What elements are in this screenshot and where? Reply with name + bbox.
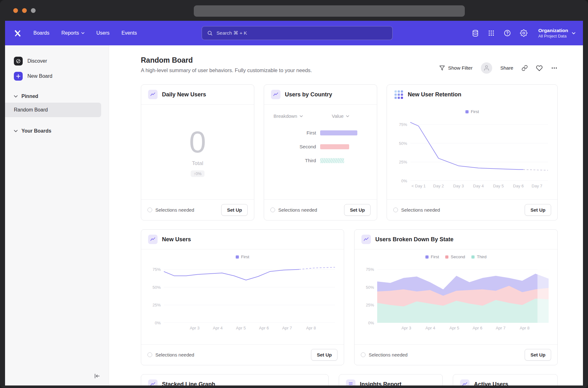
legend-item-third[interactable]: Third <box>471 254 487 259</box>
more-options-icon[interactable] <box>551 65 558 71</box>
search-input[interactable] <box>216 30 387 36</box>
dropdown-label: Value <box>332 113 343 119</box>
x-tick: Apr 7 <box>496 326 505 330</box>
url-bar[interactable] <box>194 5 465 17</box>
show-filter-button[interactable]: Show Filter <box>439 65 473 71</box>
card-title: Users by Country <box>285 91 332 98</box>
search-bar[interactable] <box>202 26 393 40</box>
org-name: Organization <box>538 27 568 33</box>
metric-delta: ↑0% <box>191 170 204 177</box>
chart-legend: First <box>150 254 335 259</box>
close-window-button[interactable] <box>13 8 18 13</box>
chevron-down-icon <box>14 130 18 132</box>
y-tick: 25% <box>366 303 374 307</box>
set-up-button[interactable]: Set Up <box>344 204 371 216</box>
retention-grid-icon <box>394 90 403 99</box>
card-footer: Selections needed Set Up <box>264 199 377 220</box>
x-tick: Apr 3 <box>190 326 199 330</box>
legend-item-first[interactable]: First <box>465 109 479 114</box>
bar-row: First <box>274 130 367 136</box>
card-users-by-state: Users Broken Down By State FirstSecondTh… <box>354 229 558 365</box>
status-circle-icon <box>147 208 152 212</box>
x-tick: Day 5 <box>493 184 504 188</box>
card-title: Daily New Users <box>162 91 206 98</box>
y-axis: 75%50%25%0% <box>150 263 164 323</box>
sidebar-section-your-boards[interactable]: Your Boards <box>5 125 109 137</box>
x-tick: < Day 1 <box>412 184 426 188</box>
bar-label: Second <box>274 144 316 150</box>
legend-item-second[interactable]: Second <box>445 254 465 259</box>
filter-icon <box>439 65 445 71</box>
metric-label: Total <box>192 160 203 167</box>
metric-value: 0 <box>189 127 206 157</box>
value-dropdown[interactable]: Value <box>332 113 349 119</box>
set-up-button[interactable]: Set Up <box>525 349 551 361</box>
chart-legend: First <box>396 109 548 114</box>
card-status: Selections needed <box>270 207 317 213</box>
collapse-sidebar-button[interactable] <box>94 373 101 380</box>
traffic-lights <box>13 8 36 13</box>
x-tick: Day 4 <box>473 184 484 188</box>
plot-area <box>164 263 335 323</box>
status-text: Selections needed <box>278 207 317 213</box>
status-text: Selections needed <box>401 207 440 213</box>
minimize-window-button[interactable] <box>22 8 27 13</box>
retention-chart: First 75%50%25%0% < Day 1Day 2Day 3Day 4… <box>387 104 557 188</box>
settings-gear-icon[interactable] <box>520 29 527 37</box>
set-up-button[interactable]: Set Up <box>221 204 248 216</box>
card-active-users: Active Users <box>453 374 558 385</box>
bar[interactable] <box>320 130 357 135</box>
y-tick: 0% <box>368 321 374 325</box>
card-new-user-retention: New User Retention First 75%50%25%0% < D… <box>387 84 558 220</box>
bar[interactable] <box>320 144 349 149</box>
card-title: Insights Report <box>360 381 401 386</box>
org-switcher[interactable]: Organization All Project Data <box>538 27 575 39</box>
nav-menu: Boards Reports Users Events <box>33 30 137 36</box>
card-footer: Selections needed Set Up <box>355 344 557 365</box>
sidebar-item-discover[interactable]: Discover <box>5 54 109 69</box>
page-title-block: Random Board A high-level summary of use… <box>141 56 312 73</box>
card-title: Stacked Line Graph <box>162 381 215 386</box>
apps-grid-icon[interactable] <box>488 30 495 37</box>
data-settings-icon[interactable] <box>472 30 479 37</box>
chevron-down-icon <box>81 32 84 34</box>
sidebar-item-random-board[interactable]: Random Board <box>5 103 101 117</box>
bar-row: Third <box>274 158 367 163</box>
line-chart-icon <box>271 90 280 99</box>
stacked-area-chart: FirstSecondThird 75%50%25%0% Apr 3Apr 4A… <box>355 249 557 330</box>
legend-item-first[interactable]: First <box>425 254 439 259</box>
help-icon[interactable] <box>504 29 511 37</box>
y-tick: 0% <box>155 321 161 325</box>
share-button[interactable]: Share <box>500 65 513 71</box>
x-axis: Apr 3Apr 4Apr 5Apr 6Apr 7Apr 8 <box>377 323 549 330</box>
card-new-users: New Users First 75%50%25%0% Apr 3Apr 4Ap… <box>141 229 344 365</box>
nav-item-reports[interactable]: Reports <box>61 30 84 36</box>
sidebar-section-pinned[interactable]: Pinned <box>5 90 109 103</box>
nav-item-users[interactable]: Users <box>96 30 110 36</box>
x-tick: Apr 8 <box>520 326 529 330</box>
status-circle-icon <box>393 208 398 212</box>
card-status: Selections needed <box>361 352 407 357</box>
x-tick: Day 6 <box>513 184 524 188</box>
card-title: Users Broken Down By State <box>375 236 453 243</box>
favorite-heart-icon[interactable] <box>536 65 543 71</box>
plot-area <box>377 263 549 323</box>
legend-item-first[interactable]: First <box>236 254 249 259</box>
breakdown-dropdown[interactable]: Breakdown <box>274 113 332 119</box>
sidebar-item-new-board[interactable]: New Board <box>5 69 109 84</box>
bar[interactable] <box>320 158 344 163</box>
copy-link-icon[interactable] <box>522 65 528 71</box>
card-header: Users by Country <box>264 85 377 105</box>
zoom-window-button[interactable] <box>31 8 36 13</box>
card-insights-report: Insights Report <box>339 374 443 385</box>
card-status: Selections needed <box>147 207 194 213</box>
card-footer: Selections needed Set Up <box>141 199 254 220</box>
nav-item-boards[interactable]: Boards <box>33 30 49 36</box>
set-up-button[interactable]: Set Up <box>525 204 551 216</box>
nav-item-events[interactable]: Events <box>122 30 137 36</box>
page-title: Random Board <box>141 56 312 65</box>
avatar[interactable] <box>481 62 492 74</box>
mixpanel-logo[interactable] <box>13 28 23 38</box>
org-project: All Project Data <box>538 34 568 39</box>
set-up-button[interactable]: Set Up <box>311 349 337 361</box>
